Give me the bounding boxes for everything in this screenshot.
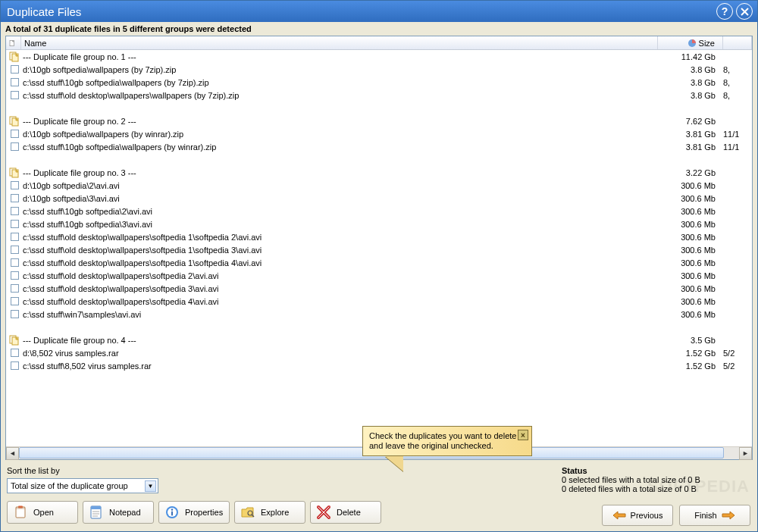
file-path: c:\ssd stuff\old desktop\wallpapers\soft… <box>21 246 658 255</box>
file-row[interactable]: c:\ssd stuff\10gb softpedia\2\avi.avi300… <box>6 205 752 217</box>
sort-value: Total size of the duplicate group <box>11 481 128 490</box>
file-row[interactable]: c:\ssd stuff\old desktop\wallpapers\soft… <box>6 282 752 295</box>
file-checkbox[interactable] <box>8 361 21 370</box>
file-checkbox[interactable] <box>8 207 21 215</box>
group-icon <box>8 335 21 346</box>
close-button[interactable] <box>736 3 753 20</box>
file-checkbox[interactable] <box>8 78 21 86</box>
file-checkbox[interactable] <box>8 91 21 99</box>
folder-search-icon <box>240 504 256 521</box>
file-size: 1.52 Gb <box>658 361 723 371</box>
file-row[interactable]: c:\ssd stuff\old desktop\wallpapers\soft… <box>6 230 752 243</box>
column-header-name[interactable]: Name <box>21 36 658 49</box>
file-row[interactable]: c:\ssd stuff\win7\samples\avi.avi300.6 M… <box>6 308 752 321</box>
previous-button[interactable]: Previous <box>602 505 673 526</box>
file-size: 300.6 Mb <box>658 297 723 306</box>
blank-row <box>6 321 752 333</box>
watermark: SOFTPEDIA <box>647 477 750 496</box>
file-checkbox[interactable] <box>8 349 21 357</box>
file-checkbox[interactable] <box>8 233 21 241</box>
column-headers: Name Size <box>6 36 752 50</box>
file-date: 8, <box>723 78 752 87</box>
scroll-left-button[interactable]: ◄ <box>6 447 19 460</box>
group-header-row[interactable]: --- Duplicate file group no. 2 ---7.62 G… <box>6 114 752 127</box>
scroll-right-button[interactable]: ► <box>739 447 752 460</box>
duplicate-file-list: Name Size --- Duplicate file group no. 1… <box>5 36 753 460</box>
file-size: 300.6 Mb <box>658 310 723 319</box>
file-path: c:\ssd stuff\old desktop\wallpapers\soft… <box>21 258 658 268</box>
file-size: 300.6 Mb <box>658 246 723 255</box>
file-checkbox[interactable] <box>8 284 21 293</box>
file-row[interactable]: d:\8,502 virus samples.rar1.52 Gb5/2 <box>6 346 752 359</box>
svg-rect-21 <box>171 512 173 516</box>
file-checkbox[interactable] <box>8 194 21 202</box>
column-header-icon[interactable] <box>6 36 21 49</box>
file-checkbox[interactable] <box>8 271 21 280</box>
file-size: 300.6 Mb <box>658 271 723 280</box>
file-row[interactable]: c:\ssd stuff\old desktop\wallpapers\wall… <box>6 89 752 102</box>
notepad-button[interactable]: Notepad <box>83 501 154 524</box>
group-name: --- Duplicate file group no. 2 --- <box>21 117 658 126</box>
file-checkbox[interactable] <box>8 258 21 267</box>
explore-button[interactable]: Explore <box>234 501 305 524</box>
tooltip-close-button[interactable]: × <box>518 430 528 440</box>
file-date: 8, <box>723 91 752 100</box>
group-header-row[interactable]: --- Duplicate file group no. 1 ---11.42 … <box>6 50 752 63</box>
info-icon <box>164 504 180 521</box>
column-header-date[interactable] <box>723 36 752 49</box>
file-path: c:\ssd stuff\10gb softpedia\3\avi.avi <box>21 220 658 229</box>
group-name: --- Duplicate file group no. 3 --- <box>21 168 658 177</box>
svg-rect-12 <box>16 507 25 509</box>
group-icon <box>8 52 21 62</box>
open-button[interactable]: Open <box>7 501 78 524</box>
file-path: c:\ssd stuff\win7\samples\avi.avi <box>21 310 658 319</box>
window-title: Duplicate Files <box>5 5 713 18</box>
column-header-size[interactable]: Size <box>658 36 723 49</box>
file-row[interactable]: d:\10gb softpedia\3\avi.avi300.6 Mb <box>6 192 752 205</box>
file-row[interactable]: d:\10gb softpedia\wallpapers (by winrar)… <box>6 127 752 140</box>
file-size: 3.81 Gb <box>658 130 723 139</box>
file-row[interactable]: c:\ssd stuff\old desktop\wallpapers\soft… <box>6 295 752 308</box>
file-row[interactable]: c:\ssd stuff\8,502 virus samples.rar1.52… <box>6 359 752 372</box>
file-checkbox[interactable] <box>8 130 21 138</box>
finish-button[interactable]: Finish <box>679 505 750 526</box>
file-path: c:\ssd stuff\10gb softpedia\wallpapers (… <box>21 78 658 87</box>
properties-button[interactable]: Properties <box>158 501 230 524</box>
group-icon <box>8 116 21 127</box>
file-row[interactable]: c:\ssd stuff\10gb softpedia\wallpapers (… <box>6 140 752 153</box>
file-path: c:\ssd stuff\old desktop\wallpapers\wall… <box>21 91 658 100</box>
status-title: Status <box>562 466 700 475</box>
svg-point-20 <box>171 509 173 510</box>
file-row[interactable]: d:\10gb softpedia\wallpapers (by 7zip).z… <box>6 63 752 76</box>
sort-dropdown[interactable]: Total size of the duplicate group ▼ <box>7 478 158 493</box>
file-row[interactable]: c:\ssd stuff\old desktop\wallpapers\soft… <box>6 243 752 256</box>
file-size: 3.8 Gb <box>658 91 723 100</box>
file-checkbox[interactable] <box>8 65 21 74</box>
clipboard-icon <box>12 504 29 521</box>
arrow-right-icon <box>722 511 735 520</box>
file-path: d:\10gb softpedia\3\avi.avi <box>21 194 658 203</box>
file-size: 3.22 Gb <box>658 168 723 177</box>
file-date: 11/1 <box>723 130 752 139</box>
delete-button[interactable]: Delete <box>310 501 381 524</box>
file-checkbox[interactable] <box>8 310 21 318</box>
file-row[interactable]: c:\ssd stuff\10gb softpedia\3\avi.avi300… <box>6 217 752 230</box>
group-header-row[interactable]: --- Duplicate file group no. 4 ---3.5 Gb <box>6 333 752 346</box>
file-checkbox[interactable] <box>8 142 21 151</box>
list-body[interactable]: --- Duplicate file group no. 1 ---11.42 … <box>6 50 752 446</box>
help-button[interactable]: ? <box>716 3 733 20</box>
file-row[interactable]: c:\ssd stuff\old desktop\wallpapers\soft… <box>6 269 752 282</box>
file-path: d:\10gb softpedia\wallpapers (by 7zip).z… <box>21 65 658 74</box>
file-path: c:\ssd stuff\old desktop\wallpapers\soft… <box>21 297 658 306</box>
file-row[interactable]: d:\10gb softpedia\2\avi.avi300.6 Mb <box>6 179 752 192</box>
file-date: 5/2 <box>723 361 752 371</box>
file-checkbox[interactable] <box>8 181 21 189</box>
file-row[interactable]: c:\ssd stuff\old desktop\wallpapers\soft… <box>6 256 752 269</box>
file-checkbox[interactable] <box>8 220 21 228</box>
file-checkbox[interactable] <box>8 297 21 305</box>
blank-row <box>6 102 752 114</box>
file-path: d:\8,502 virus samples.rar <box>21 349 658 358</box>
file-row[interactable]: c:\ssd stuff\10gb softpedia\wallpapers (… <box>6 76 752 89</box>
file-checkbox[interactable] <box>8 246 21 254</box>
group-header-row[interactable]: --- Duplicate file group no. 3 ---3.22 G… <box>6 166 752 179</box>
